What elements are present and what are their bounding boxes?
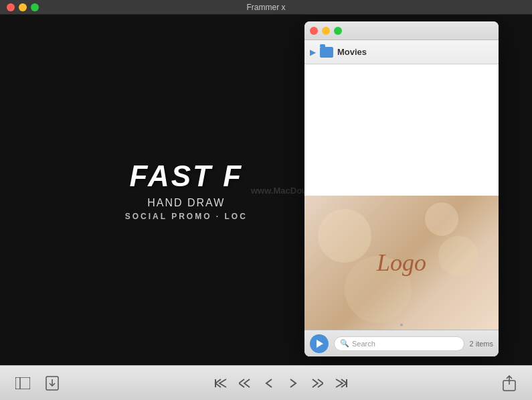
maximize-button[interactable] [31,3,39,11]
search-box[interactable]: 🔍 Search [334,336,464,351]
skip-back-icon [239,378,251,389]
share-button[interactable] [497,371,521,395]
search-input[interactable]: Search [352,340,458,348]
play-triangle-icon [317,340,323,348]
toolbar-center [210,373,352,394]
promo-title: FAST F [125,159,248,193]
logo-thumbnail[interactable]: Logo [304,196,499,330]
nav-next-button[interactable] [282,373,304,394]
finder-bottombar: 🔍 Search 2 items [304,330,499,356]
nav-prev-button[interactable] [258,373,280,394]
finder-titlebar [304,21,499,40]
bokeh-blob [438,236,478,276]
skip-last-icon [335,378,348,389]
finder-content: Logo [304,64,499,330]
next-icon [289,378,297,389]
prev-icon [265,378,273,389]
skip-forward-icon [311,378,323,389]
window-title: Frammer x [247,3,286,12]
title-bar: Frammer x [0,0,532,15]
main-content: FAST F HAND DRAW SOCIAL PROMO · LOC www.… [0,15,532,365]
export-button[interactable] [40,371,64,395]
promo-tags: SOCIAL PROMO · LOC [125,212,248,221]
skip-first-icon [214,378,228,389]
toolbar-left [11,371,64,395]
thumbnail-area: Logo [304,64,499,330]
folder-label: Movies [337,47,367,57]
upload-icon [503,375,516,391]
toolbar-right [497,371,521,395]
search-icon: 🔍 [340,339,349,348]
play-button[interactable] [310,334,329,353]
finder-toolbar: ▶ Movies [304,40,499,64]
window-controls [7,3,39,11]
promo-subtitle: HAND DRAW [125,197,248,209]
finder-window: ▶ Movies Logo [304,21,499,356]
nav-last-button[interactable] [331,373,352,394]
logo-text: Logo [377,249,426,277]
close-button[interactable] [7,3,15,11]
sidebar-icon [15,377,30,389]
finder-close-button[interactable] [310,27,318,35]
bokeh-blob [425,202,458,236]
nav-prev-fast-button[interactable] [234,373,256,394]
promo-overlay: FAST F HAND DRAW SOCIAL PROMO · LOC [125,159,248,221]
finder-min-button[interactable] [322,27,330,35]
bokeh-blob [318,209,371,263]
svg-rect-0 [15,377,30,389]
finder-max-button[interactable] [334,27,342,35]
items-count: 2 items [470,340,493,348]
bottom-toolbar [0,365,532,400]
folder-icon [320,47,333,58]
sidebar-toggle-button[interactable] [11,371,35,395]
nav-next-fast-button[interactable] [306,373,328,394]
download-icon [46,376,59,391]
scroll-indicator [400,324,403,326]
nav-first-button[interactable] [210,373,232,394]
minimize-button[interactable] [19,3,27,11]
expand-chevron-icon[interactable]: ▶ [310,48,316,57]
